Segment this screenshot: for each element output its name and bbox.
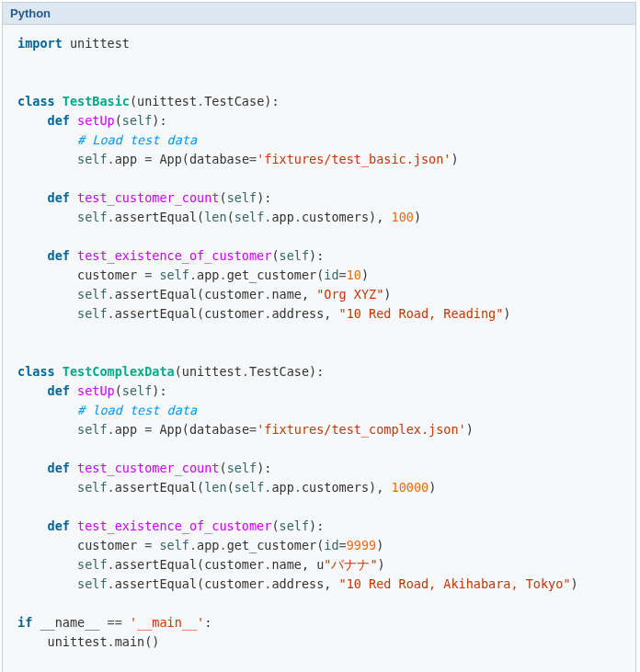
code-token: self bbox=[280, 248, 310, 263]
code-token: # Load test data bbox=[77, 132, 197, 147]
code-token: app bbox=[271, 480, 293, 495]
code-token bbox=[70, 461, 77, 475]
code-token: def bbox=[48, 461, 70, 475]
code-line bbox=[17, 439, 621, 459]
code-token: . bbox=[220, 538, 227, 552]
code-token: self bbox=[122, 113, 153, 128]
code-token: . bbox=[108, 480, 115, 495]
code-token: . bbox=[189, 538, 197, 552]
code-token: test_customer_count bbox=[77, 461, 219, 475]
code-token: ) bbox=[361, 268, 369, 282]
code-token: . bbox=[294, 480, 302, 495]
code-token: ( bbox=[115, 113, 122, 128]
code-token bbox=[70, 383, 77, 398]
code-token: ( bbox=[227, 210, 234, 224]
code-token: self bbox=[280, 518, 310, 533]
code-token: get_customer( bbox=[227, 538, 325, 552]
code-token: 'fixtures/test_complex.json' bbox=[257, 422, 466, 437]
code-line bbox=[17, 497, 621, 517]
code-token bbox=[17, 422, 77, 437]
code-token bbox=[17, 152, 77, 166]
code-token: = bbox=[339, 538, 347, 552]
code-token: assertEqual( bbox=[115, 480, 205, 495]
code-token: app bbox=[197, 538, 219, 552]
code-line: class TestComplexData(unittest.TestCase)… bbox=[17, 362, 621, 382]
code-token: ): bbox=[309, 248, 324, 263]
code-line: customer = self.app.get_customer(id=10) bbox=[17, 266, 621, 285]
code-token: assertEqual(customer bbox=[115, 576, 265, 591]
code-token bbox=[122, 615, 130, 630]
code-token bbox=[17, 518, 48, 533]
code-token: # load test data bbox=[77, 403, 197, 417]
code-token bbox=[17, 403, 77, 417]
code-token: TestComplexData bbox=[63, 364, 175, 379]
code-block: Python import unittest class TestBasic(u… bbox=[2, 2, 636, 672]
code-token: address, bbox=[271, 306, 338, 321]
code-token: "10 Red Road, Reading" bbox=[339, 306, 504, 321]
code-token: . bbox=[294, 210, 302, 224]
code-token: ) bbox=[383, 287, 391, 302]
code-token: '__main__' bbox=[130, 615, 204, 630]
code-token: ( bbox=[219, 190, 226, 205]
code-token: "10 Red Road, Akihabara, Tokyo" bbox=[339, 576, 571, 591]
code-token: 100 bbox=[392, 210, 414, 224]
code-token: ) bbox=[376, 538, 383, 552]
code-token: assertEqual(customer bbox=[115, 306, 265, 321]
code-token: self bbox=[77, 210, 108, 224]
code-token bbox=[17, 480, 77, 495]
code-token: self bbox=[234, 210, 265, 224]
code-token: . bbox=[108, 634, 115, 649]
code-token bbox=[17, 557, 77, 572]
code-token bbox=[70, 113, 77, 128]
code-line: def setUp(self): bbox=[17, 111, 621, 131]
code-line bbox=[17, 73, 621, 92]
code-token: self bbox=[77, 306, 108, 321]
code-token: def bbox=[48, 190, 70, 205]
code-token: def bbox=[48, 113, 70, 128]
code-token: main() bbox=[115, 634, 160, 649]
code-token: self bbox=[234, 480, 265, 495]
code-token: == bbox=[108, 615, 122, 630]
code-token: "Org XYZ" bbox=[316, 287, 383, 302]
code-token: name, bbox=[271, 287, 316, 302]
code-line bbox=[17, 227, 621, 246]
code-token: . bbox=[108, 152, 115, 166]
code-line bbox=[17, 324, 621, 343]
code-token: App(database bbox=[152, 152, 249, 166]
code-token: name, u bbox=[271, 557, 324, 572]
code-token bbox=[17, 287, 77, 302]
code-token: ) bbox=[451, 152, 458, 166]
code-token: ( bbox=[115, 383, 122, 398]
code-token: . bbox=[220, 268, 227, 282]
code-token: if bbox=[17, 615, 32, 630]
code-token: self bbox=[77, 152, 108, 166]
code-line: def test_customer_count(self): bbox=[17, 188, 621, 208]
code-token: self bbox=[77, 287, 108, 302]
code-line: def setUp(self): bbox=[17, 382, 621, 401]
code-token: ( bbox=[219, 461, 226, 475]
code-token: . bbox=[242, 364, 249, 379]
code-token: self bbox=[77, 422, 108, 437]
code-token: = bbox=[339, 268, 347, 282]
code-line: self.assertEqual(customer.address, "10 R… bbox=[17, 304, 621, 324]
code-line: self.assertEqual(customer.address, "10 R… bbox=[17, 575, 621, 594]
code-token: setUp bbox=[77, 383, 115, 398]
code-token: self bbox=[77, 480, 108, 495]
code-token: . bbox=[108, 306, 115, 321]
code-line: customer = self.app.get_customer(id=9999… bbox=[17, 536, 621, 555]
code-token bbox=[17, 248, 48, 263]
code-token: ( bbox=[271, 248, 279, 263]
code-token bbox=[17, 113, 48, 128]
code-token bbox=[17, 306, 77, 321]
code-token: setUp bbox=[77, 113, 115, 128]
code-token: ) bbox=[378, 557, 385, 572]
code-token bbox=[17, 383, 48, 398]
code-token bbox=[70, 248, 77, 263]
code-token: self bbox=[227, 461, 257, 475]
code-token: assertEqual( bbox=[115, 210, 205, 224]
code-token: test_existence_of_customer bbox=[77, 248, 271, 263]
code-token: class bbox=[17, 94, 55, 108]
code-line: self.assertEqual(customer.name, "Org XYZ… bbox=[17, 285, 621, 304]
code-token bbox=[55, 364, 63, 379]
code-token: . bbox=[197, 94, 204, 108]
